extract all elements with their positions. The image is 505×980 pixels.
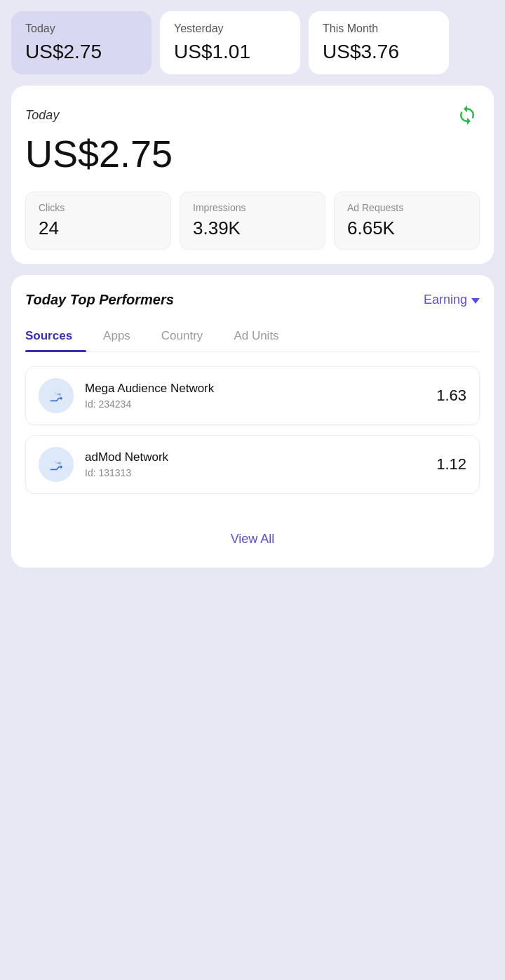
today-amount: US$2.75 <box>25 133 480 175</box>
stat-label-impressions: Impressions <box>193 202 312 213</box>
refresh-button[interactable] <box>454 102 480 128</box>
tabs-row: Sources Apps Country Ad Units <box>25 322 480 352</box>
page-container: Today US$2.75 Yesterday US$1.01 This Mon… <box>0 0 505 980</box>
stat-value-adrequests: 6.65K <box>347 217 466 239</box>
tab-country[interactable]: Country <box>161 322 217 351</box>
network-name-0: Mega Audience Network <box>85 382 436 396</box>
tab-sources[interactable]: Sources <box>25 322 86 351</box>
stat-card-impressions: Impressions 3.39K <box>180 192 325 250</box>
earning-dropdown-label: Earning <box>424 293 467 307</box>
period-card-yesterday[interactable]: Yesterday US$1.01 <box>160 11 300 74</box>
period-card-thismonth-label: This Month <box>323 22 435 35</box>
period-card-thismonth[interactable]: This Month US$3.76 <box>309 11 449 74</box>
earning-dropdown[interactable]: Earning <box>424 293 480 307</box>
tab-adunits[interactable]: Ad Units <box>234 322 292 351</box>
stat-value-clicks: 24 <box>39 217 158 239</box>
performers-header: Today Top Performers Earning <box>25 292 480 308</box>
period-card-yesterday-label: Yesterday <box>174 22 286 35</box>
network-icon-0 <box>39 378 74 413</box>
network-value-0: 1.63 <box>436 387 466 405</box>
network-item-1[interactable]: adMod Network Id: 131313 1.12 <box>25 435 480 494</box>
view-all-container: View All <box>25 504 480 553</box>
period-card-yesterday-value: US$1.01 <box>174 41 286 63</box>
tab-apps[interactable]: Apps <box>103 322 144 351</box>
today-section-label: Today <box>25 108 59 123</box>
stats-row: Clicks 24 Impressions 3.39K Ad Requests … <box>25 192 480 250</box>
performers-title: Today Top Performers <box>25 292 174 308</box>
network-id-1: Id: 131313 <box>85 467 436 478</box>
network-icon-1 <box>39 447 74 482</box>
network-info-0: Mega Audience Network Id: 234234 <box>85 382 436 410</box>
performers-card: Today Top Performers Earning Sources App… <box>11 275 494 568</box>
period-cards-row: Today US$2.75 Yesterday US$1.01 This Mon… <box>11 11 494 74</box>
stat-value-impressions: 3.39K <box>193 217 312 239</box>
chevron-down-icon <box>471 298 480 304</box>
period-card-today[interactable]: Today US$2.75 <box>11 11 152 74</box>
today-main-header: Today <box>25 102 480 128</box>
stat-label-adrequests: Ad Requests <box>347 202 466 213</box>
network-name-1: adMod Network <box>85 450 436 464</box>
network-id-0: Id: 234234 <box>85 398 436 410</box>
stat-label-clicks: Clicks <box>39 202 158 213</box>
stat-card-clicks: Clicks 24 <box>25 192 171 250</box>
network-value-1: 1.12 <box>436 455 466 474</box>
view-all-button[interactable]: View All <box>231 532 275 546</box>
today-main-card: Today US$2.75 Clicks 24 Impressions 3.39… <box>11 86 494 264</box>
period-card-thismonth-value: US$3.76 <box>323 41 435 63</box>
period-card-today-value: US$2.75 <box>25 41 137 63</box>
network-info-1: adMod Network Id: 131313 <box>85 450 436 478</box>
network-item-0[interactable]: Mega Audience Network Id: 234234 1.63 <box>25 366 480 425</box>
stat-card-adrequests: Ad Requests 6.65K <box>334 192 480 250</box>
period-card-today-label: Today <box>25 22 137 35</box>
